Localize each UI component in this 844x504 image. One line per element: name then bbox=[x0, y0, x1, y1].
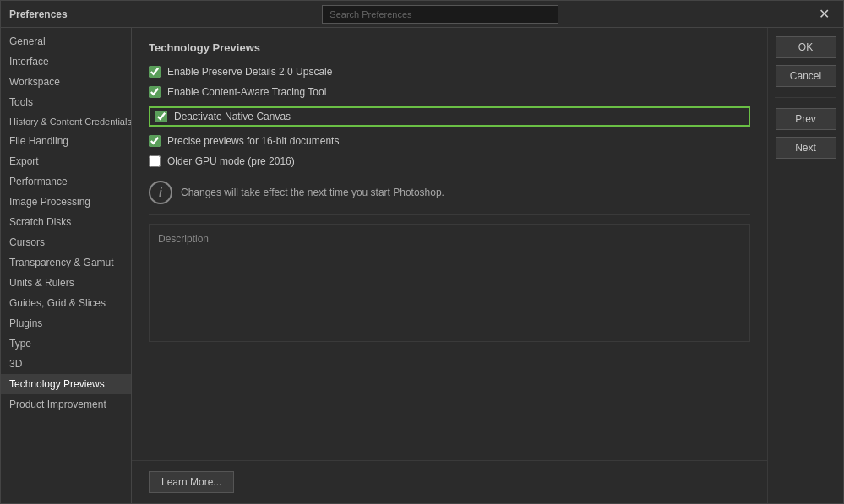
description-label: Description bbox=[158, 233, 741, 245]
sidebar-item-tools[interactable]: Tools bbox=[1, 92, 131, 112]
sidebar-item-scratchdisks[interactable]: Scratch Disks bbox=[1, 212, 131, 232]
bottom-bar: Learn More... bbox=[132, 460, 767, 503]
checkbox-row-3-highlighted: Deactivate Native Canvas bbox=[149, 106, 750, 127]
checkbox-content-aware[interactable] bbox=[149, 86, 161, 98]
info-icon: i bbox=[149, 181, 172, 204]
checkbox-row-1: Enable Preserve Details 2.0 Upscale bbox=[149, 66, 750, 78]
dialog-title: Preferences bbox=[9, 8, 68, 20]
checkbox-older-gpu[interactable] bbox=[149, 155, 161, 167]
sidebar-item-workspace[interactable]: Workspace bbox=[1, 72, 131, 92]
sidebar-item-type[interactable]: Type bbox=[1, 333, 131, 354]
description-section: Description bbox=[149, 224, 750, 342]
section-title: Technology Previews bbox=[149, 41, 750, 54]
sidebar-item-techpreviews[interactable]: Technology Previews bbox=[1, 374, 131, 394]
learn-more-button[interactable]: Learn More... bbox=[149, 471, 234, 493]
checkbox-row-2: Enable Content-Aware Tracing Tool bbox=[149, 86, 750, 98]
sidebar-item-productimprovement[interactable]: Product Improvement bbox=[1, 394, 131, 415]
checkbox-row-4: Precise previews for 16-bit documents bbox=[149, 135, 750, 147]
next-button[interactable]: Next bbox=[776, 137, 836, 159]
ok-button[interactable]: OK bbox=[776, 36, 836, 58]
sidebar-item-interface[interactable]: Interface bbox=[1, 51, 131, 72]
checkbox-row-5: Older GPU mode (pre 2016) bbox=[149, 155, 750, 167]
checkbox-deactivate-canvas[interactable] bbox=[155, 111, 167, 122]
title-bar: Preferences ✕ bbox=[1, 1, 843, 28]
title-bar-left: Preferences bbox=[9, 8, 68, 20]
sidebar-item-guides[interactable]: Guides, Grid & Slices bbox=[1, 293, 131, 313]
checkbox-label-1[interactable]: Enable Preserve Details 2.0 Upscale bbox=[167, 66, 332, 78]
search-input[interactable] bbox=[322, 5, 558, 24]
body: General Interface Workspace Tools Histor… bbox=[1, 28, 843, 503]
checkbox-preserve-details[interactable] bbox=[149, 66, 161, 78]
sidebar-item-filehandling[interactable]: File Handling bbox=[1, 131, 131, 151]
sidebar-item-cursors[interactable]: Cursors bbox=[1, 232, 131, 252]
right-buttons-panel: OK Cancel Prev Next bbox=[767, 28, 843, 503]
sidebar-item-general[interactable]: General bbox=[1, 31, 131, 51]
info-message: Changes will take effect the next time y… bbox=[181, 187, 444, 198]
sidebar: General Interface Workspace Tools Histor… bbox=[1, 28, 132, 503]
sidebar-item-imageprocessing[interactable]: Image Processing bbox=[1, 192, 131, 212]
sidebar-item-export[interactable]: Export bbox=[1, 151, 131, 171]
sidebar-item-performance[interactable]: Performance bbox=[1, 171, 131, 192]
prev-button[interactable]: Prev bbox=[776, 108, 836, 130]
close-button[interactable]: ✕ bbox=[814, 4, 835, 24]
sidebar-item-plugins[interactable]: Plugins bbox=[1, 313, 131, 333]
content-area: Technology Previews Enable Preserve Deta… bbox=[132, 28, 767, 460]
content-plus-buttons: Technology Previews Enable Preserve Deta… bbox=[132, 28, 843, 503]
checkbox-precise-previews[interactable] bbox=[149, 135, 161, 147]
checkbox-label-4[interactable]: Precise previews for 16-bit documents bbox=[167, 135, 339, 147]
checkbox-label-5[interactable]: Older GPU mode (pre 2016) bbox=[167, 155, 295, 167]
sidebar-item-units[interactable]: Units & Rulers bbox=[1, 273, 131, 293]
checkbox-label-3[interactable]: Deactivate Native Canvas bbox=[174, 111, 291, 122]
cancel-button[interactable]: Cancel bbox=[776, 65, 836, 87]
divider bbox=[775, 97, 836, 98]
preferences-dialog: Preferences ✕ General Interface Workspac… bbox=[0, 0, 844, 504]
sidebar-item-history[interactable]: History & Content Credentials bbox=[1, 112, 131, 131]
main-content: Technology Previews Enable Preserve Deta… bbox=[132, 28, 767, 503]
info-row: i Changes will take effect the next time… bbox=[149, 181, 750, 215]
sidebar-item-3d[interactable]: 3D bbox=[1, 354, 131, 374]
sidebar-item-transparency[interactable]: Transparency & Gamut bbox=[1, 252, 131, 273]
checkbox-label-2[interactable]: Enable Content-Aware Tracing Tool bbox=[167, 86, 326, 98]
